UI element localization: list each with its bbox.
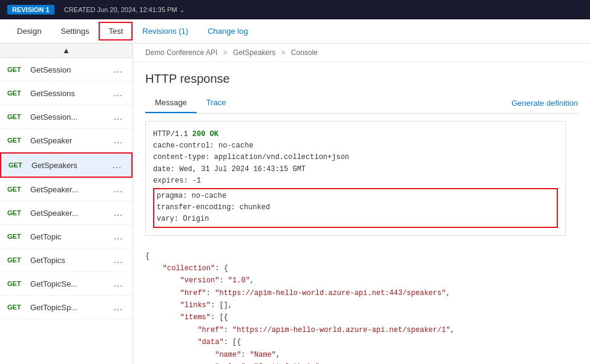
sidebar-item-1[interactable]: GET GetSessions … [0, 82, 133, 105]
breadcrumb-sep-1: > [281, 48, 286, 57]
tab-revisions[interactable]: Revisions (1) [133, 22, 198, 41]
json-line-version: "version": "1.0", [145, 275, 566, 287]
item-name-9: GetTopicSe... [30, 279, 106, 288]
method-badge-8: GET [7, 256, 25, 264]
sidebar-item-7[interactable]: GET GetTopic … [0, 225, 133, 249]
dots-menu-7[interactable]: … [111, 231, 125, 242]
header-pragma: pragma: no-cache [157, 190, 554, 202]
chevron-down-icon[interactable]: ⌄ [180, 7, 185, 13]
sidebar-item-8[interactable]: GET GetTopics … [0, 249, 133, 272]
method-badge-1: GET [7, 89, 25, 97]
dots-menu-9[interactable]: … [111, 278, 125, 289]
item-name-6: GetSpeaker... [30, 209, 106, 218]
json-line-name: "name": "Name", [145, 349, 566, 361]
sidebar-item-5[interactable]: GET GetSpeaker... … [0, 178, 133, 201]
sidebar: ▲ GET GetSession … GET GetSessions … GET… [0, 44, 133, 364]
revision-badge: REVISION 1 [7, 5, 54, 15]
main-layout: ▲ GET GetSession … GET GetSessions … GET… [0, 44, 590, 364]
scroll-up-icon: ▲ [62, 46, 70, 55]
json-line-items: "items": [{ [145, 311, 566, 323]
header-content-type: content-type: application/vnd.collection… [153, 152, 558, 163]
breadcrumb-part-2: Console [291, 48, 318, 57]
dots-menu-2[interactable]: … [111, 111, 125, 122]
method-badge-10: GET [7, 304, 25, 311]
item-name-2: GetSession... [30, 112, 106, 122]
json-line-collection: "collection": { [145, 262, 566, 275]
json-line-links: "links": [], [145, 299, 566, 311]
method-badge-3: GET [7, 137, 25, 144]
tab-changelog[interactable]: Change log [198, 22, 258, 41]
header-cache-control: cache-control: no-cache [153, 140, 558, 152]
sub-tab-message[interactable]: Message [145, 93, 197, 113]
dots-menu-4[interactable]: … [110, 160, 124, 171]
tab-test[interactable]: Test [99, 22, 133, 41]
item-name-8: GetTopics [30, 256, 106, 265]
breadcrumb: Demo Conference API > GetSpeakers > Cons… [133, 44, 590, 62]
item-name-1: GetSessions [30, 89, 106, 98]
sub-tabs-left: Message Trace [145, 93, 236, 113]
content-area: Demo Conference API > GetSpeakers > Cons… [133, 44, 590, 364]
json-line-open: { [145, 250, 566, 262]
item-name-4: GetSpeakers [31, 161, 105, 170]
highlighted-headers-block: pragma: no-cache transfer-encoding: chun… [153, 188, 558, 228]
sidebar-item-0[interactable]: GET GetSession … [0, 58, 133, 82]
generate-definition-link[interactable]: Generate definition [511, 94, 578, 112]
item-name-7: GetTopic [30, 232, 106, 241]
json-line-href: "href": "https://apim-hello-world.azure-… [145, 287, 566, 299]
breadcrumb-part-0: Demo Conference API [145, 48, 217, 57]
dots-menu-8[interactable]: … [111, 255, 125, 265]
dots-menu-3[interactable]: … [111, 135, 125, 146]
method-badge-4: GET [8, 161, 27, 169]
sidebar-item-6[interactable]: GET GetSpeaker... … [0, 201, 133, 225]
top-bar: REVISION 1 CREATED Jun 20, 2024, 12:41:3… [0, 0, 590, 19]
dots-menu-1[interactable]: … [111, 88, 125, 99]
dots-menu-0[interactable]: … [111, 64, 125, 75]
item-name-3: GetSpeaker [30, 136, 106, 145]
status-code: 200 OK [192, 130, 218, 138]
http-response-section: HTTP response Message Trace Generate def… [133, 62, 590, 364]
created-text: CREATED Jun 20, 2024, 12:41:35 PM [64, 6, 177, 13]
method-badge-9: GET [7, 280, 25, 287]
json-line-data: "data": [{ [145, 336, 566, 348]
http-response-title: HTTP response [145, 72, 578, 86]
sidebar-item-4[interactable]: GET GetSpeakers … [0, 152, 133, 178]
json-line-item-href: "href": "https://apim-hello-world.azure-… [145, 324, 566, 336]
nav-tabs: Design Settings Test Revisions (1) Chang… [0, 19, 590, 44]
json-response-body: { "collection": { "version": "1.0", "hre… [145, 243, 566, 365]
method-badge-0: GET [7, 66, 25, 73]
header-date: date: Wed, 31 Jul 2024 16:43:15 GMT [153, 164, 558, 175]
breadcrumb-part-1: GetSpeakers [233, 48, 275, 57]
method-badge-6: GET [7, 209, 25, 216]
scroll-up-control[interactable]: ▲ [0, 44, 133, 58]
sidebar-item-9[interactable]: GET GetTopicSe... … [0, 272, 133, 296]
sub-tab-trace[interactable]: Trace [197, 93, 236, 113]
created-info: CREATED Jun 20, 2024, 12:41:35 PM ⌄ [64, 6, 185, 13]
response-headers: HTTP/1.1 200 OK cache-control: no-cache … [145, 121, 566, 236]
item-name-0: GetSession [30, 65, 106, 74]
header-vary: vary: Origin [157, 213, 554, 225]
dots-menu-6[interactable]: … [111, 207, 125, 218]
sub-tabs: Message Trace Generate definition [145, 93, 578, 114]
header-expires: expires: -1 [153, 175, 558, 187]
json-line-value: "value": "Scott Guthrie" [145, 361, 566, 364]
tab-design[interactable]: Design [7, 22, 51, 41]
item-name-5: GetSpeaker... [30, 185, 106, 194]
sidebar-item-3[interactable]: GET GetSpeaker … [0, 129, 133, 152]
tab-settings[interactable]: Settings [51, 22, 99, 41]
breadcrumb-sep-0: > [223, 48, 228, 57]
method-badge-5: GET [7, 186, 25, 193]
status-line: HTTP/1.1 200 OK [153, 129, 558, 140]
header-transfer-encoding: transfer-encoding: chunked [157, 202, 554, 213]
item-name-10: GetTopicSp... [30, 303, 106, 312]
dots-menu-5[interactable]: … [111, 184, 125, 195]
sidebar-item-10[interactable]: GET GetTopicSp... … [0, 296, 133, 319]
dots-menu-10[interactable]: … [111, 302, 125, 313]
method-badge-2: GET [7, 113, 25, 120]
method-badge-7: GET [7, 233, 25, 240]
sidebar-item-2[interactable]: GET GetSession... … [0, 105, 133, 129]
